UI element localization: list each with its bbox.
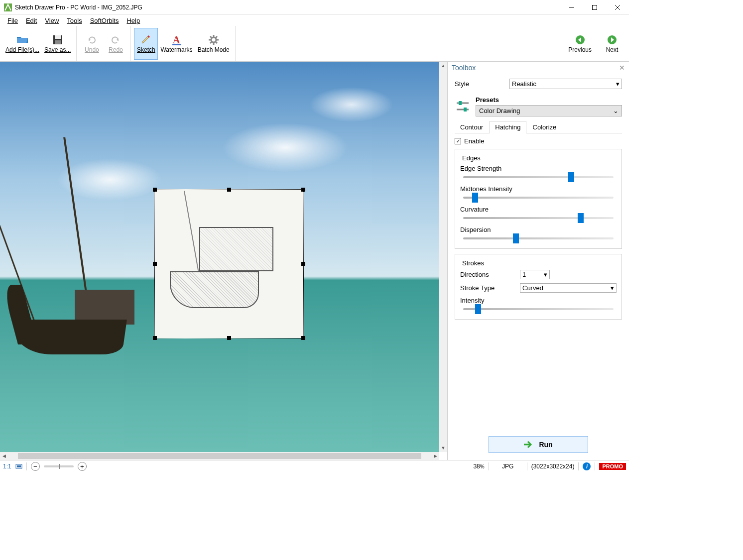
toolbar: Add File(s)... Save as... Undo Redo Sket… <box>0 26 629 62</box>
svg-point-10 <box>211 37 216 42</box>
scroll-down-icon[interactable]: ▼ <box>439 444 447 452</box>
edge-strength-slider[interactable] <box>463 176 614 178</box>
dispersion-label: Dispersion <box>460 226 617 233</box>
menu-view[interactable]: View <box>41 16 62 25</box>
info-icon[interactable]: i <box>583 462 591 470</box>
svg-rect-26 <box>17 465 21 467</box>
enable-checkbox[interactable]: ✓ <box>455 138 461 144</box>
directions-select[interactable]: 1 ▾ <box>520 270 550 279</box>
sketch-preview-selection[interactable] <box>154 189 304 338</box>
edge-strength-label: Edge Strength <box>460 165 617 172</box>
vertical-scrollbar[interactable]: ▲ ▼ <box>439 62 447 452</box>
directions-label: Directions <box>460 271 520 278</box>
enable-label: Enable <box>464 137 484 145</box>
fit-screen-icon[interactable] <box>15 463 22 470</box>
menu-help[interactable]: Help <box>123 16 143 25</box>
scroll-left-icon[interactable]: ◀ <box>0 452 8 460</box>
gear-icon <box>208 34 220 46</box>
pencil-icon <box>140 34 152 46</box>
tab-contour[interactable]: Contour <box>455 121 489 133</box>
watermarks-button[interactable]: A Watermarks <box>158 28 195 60</box>
scroll-thumb[interactable] <box>18 453 421 459</box>
batch-mode-button[interactable]: Batch Mode <box>195 28 232 60</box>
chevron-down-icon: ▾ <box>616 80 619 88</box>
menu-file[interactable]: File <box>4 16 21 25</box>
undo-icon <box>86 34 98 46</box>
tab-colorize[interactable]: Colorize <box>527 121 562 133</box>
presets-label: Presets <box>476 96 622 104</box>
svg-line-18 <box>216 36 217 38</box>
curvature-label: Curvature <box>460 206 617 213</box>
window-title: Sketch Drawer Pro - PC World - IMG_2052.… <box>15 4 560 11</box>
edges-title: Edges <box>460 154 483 162</box>
midtones-label: Midtones Intensity <box>460 185 617 193</box>
promo-badge[interactable]: PROMO <box>599 463 626 470</box>
titlebar: Sketch Drawer Pro - PC World - IMG_2052.… <box>0 0 629 15</box>
svg-rect-22 <box>459 101 462 105</box>
style-select[interactable]: Realistic ▾ <box>509 79 622 89</box>
main-area: ▲ ▼ ◀ ▶ Toolbox ✕ Style Realistic ▾ <box>0 62 629 460</box>
presets-select[interactable]: Color Drawing ⌄ <box>476 105 622 116</box>
statusbar: 1:1 − + 38% JPG (3022x3022x24) i PROMO <box>0 460 629 472</box>
zoom-slider[interactable] <box>44 465 74 467</box>
menu-edit[interactable]: Edit <box>22 16 40 25</box>
chevron-down-icon: ▾ <box>544 271 547 278</box>
toolbox-panel: Toolbox ✕ Style Realistic ▾ Presets Colo… <box>447 62 629 460</box>
menu-softorbits[interactable]: SoftOrbits <box>87 16 123 25</box>
sketch-button[interactable]: Sketch <box>134 28 158 60</box>
svg-line-17 <box>210 42 212 43</box>
save-as-button[interactable]: Save as... <box>42 28 73 60</box>
panel-title: Toolbox <box>452 64 476 72</box>
arrow-right-icon <box>606 34 618 46</box>
svg-line-16 <box>216 42 217 43</box>
menu-tools[interactable]: Tools <box>63 16 85 25</box>
curvature-slider[interactable] <box>463 217 614 219</box>
zoom-in-button[interactable]: + <box>78 462 87 471</box>
previous-button[interactable]: Previous <box>566 28 594 60</box>
app-icon <box>4 3 12 11</box>
intensity-label: Intensity <box>460 297 617 304</box>
panel-close-icon[interactable]: ✕ <box>619 64 625 72</box>
folder-open-icon <box>16 34 28 46</box>
svg-line-15 <box>210 36 212 38</box>
minimize-button[interactable] <box>560 0 583 15</box>
maximize-button[interactable] <box>583 0 606 15</box>
redo-icon <box>110 34 122 46</box>
scroll-right-icon[interactable]: ▶ <box>431 452 439 460</box>
undo-button[interactable]: Undo <box>80 28 104 60</box>
svg-rect-2 <box>593 5 597 9</box>
zoom-out-button[interactable]: − <box>31 462 40 471</box>
menubar: File Edit View Tools SoftOrbits Help <box>0 15 629 26</box>
stroke-type-label: Stroke Type <box>460 284 520 292</box>
add-files-button[interactable]: Add File(s)... <box>3 28 42 60</box>
scroll-up-icon[interactable]: ▲ <box>439 62 447 70</box>
redo-button[interactable]: Redo <box>104 28 127 60</box>
next-button[interactable]: Next <box>600 28 624 60</box>
svg-text:A: A <box>173 34 180 45</box>
dispersion-slider[interactable] <box>463 237 614 239</box>
arrow-left-icon <box>574 34 586 46</box>
run-button[interactable]: Run <box>489 436 588 453</box>
svg-rect-24 <box>464 108 467 112</box>
format-label: JPG <box>493 463 523 470</box>
stroke-type-select[interactable]: Curved ▾ <box>520 283 617 293</box>
settings-tabs: Contour Hatching Colorize <box>455 120 622 133</box>
chevron-down-icon: ⌄ <box>613 107 619 114</box>
sliders-icon <box>455 99 471 114</box>
watermark-icon: A <box>171 34 183 46</box>
zoom-value: 38% <box>473 463 484 470</box>
dimensions-label: (3022x3022x24) <box>531 463 575 470</box>
close-button[interactable] <box>606 0 629 15</box>
tab-hatching[interactable]: Hatching <box>490 121 526 133</box>
strokes-title: Strokes <box>460 259 486 267</box>
midtones-slider[interactable] <box>463 197 614 199</box>
save-icon <box>52 34 64 46</box>
style-label: Style <box>455 80 509 88</box>
canvas[interactable] <box>0 62 439 452</box>
svg-rect-6 <box>55 35 61 39</box>
svg-rect-7 <box>55 40 61 44</box>
canvas-container: ▲ ▼ ◀ ▶ <box>0 62 447 460</box>
intensity-slider[interactable] <box>463 308 614 310</box>
ratio-label[interactable]: 1:1 <box>3 463 11 470</box>
horizontal-scrollbar[interactable]: ◀ ▶ <box>0 452 439 460</box>
